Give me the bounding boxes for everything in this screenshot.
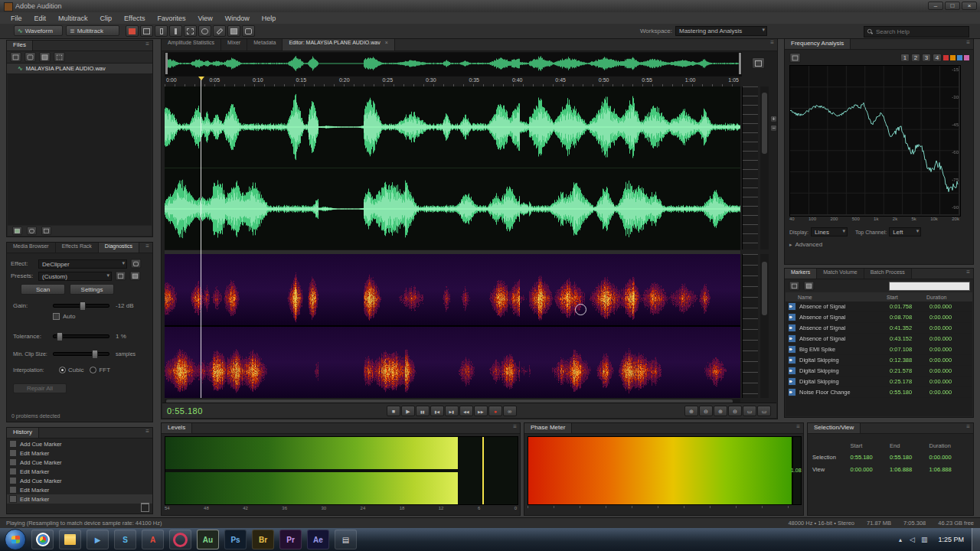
zoom-in-button[interactable]: ⊕ (684, 406, 698, 416)
settings-button[interactable]: Settings (70, 284, 114, 295)
add-marker-icon[interactable] (789, 282, 800, 291)
zoom-selection-button[interactable]: ▭ (743, 406, 756, 416)
top-channel-dropdown[interactable]: Left (889, 227, 921, 236)
scrub-tool-icon[interactable] (242, 25, 255, 37)
taskbar-premiere-icon[interactable]: Pr (279, 530, 302, 549)
hold-button-3[interactable]: 3 (922, 54, 931, 62)
history-item[interactable]: Edit Marker (7, 485, 152, 494)
start-button[interactable] (5, 529, 26, 550)
skip-previous-button[interactable]: ▮◀ (430, 406, 444, 416)
spectrogram-right-channel-canvas[interactable] (165, 327, 740, 398)
record-tool-icon[interactable] (126, 25, 139, 37)
taskbar-explorer-icon[interactable] (59, 530, 81, 549)
editor-active-tab[interactable]: Editor: MALAYSIA PLANE AUDIO.wav × (283, 39, 394, 51)
menu-favorites[interactable]: Favorites (151, 15, 191, 22)
diagnostics-tab[interactable]: Diagnostics (99, 243, 139, 253)
rewind-button[interactable]: ◀◀ (459, 406, 473, 416)
zoom-out-button[interactable]: ⊖ (699, 406, 713, 416)
marquee-tool-icon[interactable] (184, 25, 197, 37)
marker-row[interactable]: Digital Skipping0:25.1780:00.000 (786, 377, 972, 387)
view-duration-value[interactable]: 1:06.888 (929, 466, 969, 473)
spectrogram-left-channel-canvas[interactable] (165, 254, 740, 325)
taskbar-notepad-icon[interactable]: ▤ (335, 530, 357, 549)
frequency-graph[interactable]: -15-30 -45-60 -75-90 (789, 65, 961, 217)
paintbrush-tool-icon[interactable] (213, 25, 226, 37)
menu-file[interactable]: File (5, 15, 28, 22)
selection-duration-value[interactable]: 0:00.000 (929, 454, 969, 461)
tray-chevron-icon[interactable]: ▴ (894, 536, 906, 543)
markers-tab[interactable]: Markers (785, 269, 817, 279)
frequency-panel-menu-icon[interactable]: ≡ (963, 39, 973, 49)
close-file-icon[interactable] (39, 52, 50, 62)
taskbar-reader-icon[interactable]: A (142, 530, 164, 549)
menu-help[interactable]: Help (256, 15, 283, 22)
spectral-vertical-scrollbar[interactable] (760, 254, 769, 398)
waveform-right-channel-canvas[interactable] (165, 168, 740, 249)
effect-dropdown[interactable]: DeClipper (38, 259, 127, 269)
spectral-display[interactable] (165, 254, 740, 398)
tray-network-icon[interactable]: ▥ (918, 536, 931, 543)
marker-row[interactable]: Digital Skipping0:12.3880:00.000 (786, 355, 972, 366)
selection-end-value[interactable]: 0:55.180 (890, 454, 929, 461)
marker-row[interactable]: Absence of Signal0:01.7580:00.000 (786, 302, 972, 312)
history-item[interactable]: Edit Marker (7, 494, 152, 504)
taskbar-clock[interactable]: 1:25 PM (930, 536, 972, 543)
levels-tab[interactable]: Levels (162, 423, 192, 433)
playhead[interactable] (201, 77, 201, 398)
selection-view-panel-menu-icon[interactable]: ≡ (963, 423, 973, 433)
workspace-dropdown[interactable]: Mastering and Analysis (675, 26, 767, 36)
waveform-view-button[interactable]: ∿ Waveform (14, 25, 63, 36)
overview-strip[interactable] (165, 52, 742, 77)
minimize-button[interactable]: – (928, 2, 943, 10)
hold-button-4[interactable]: 4 (933, 54, 942, 62)
maximize-button[interactable]: □ (945, 2, 960, 10)
waveform-zoom-out-button[interactable]: − (770, 125, 777, 132)
taskbar-audition-icon[interactable]: Au (197, 530, 219, 549)
taskbar-bridge-icon[interactable]: Br (252, 530, 274, 549)
auto-checkbox[interactable] (53, 313, 60, 320)
play-button[interactable]: ▶ (401, 406, 415, 416)
scan-button[interactable]: Scan (21, 284, 65, 295)
min-clip-size-slider[interactable] (53, 352, 109, 356)
history-item[interactable]: Edit Marker (7, 448, 152, 458)
marker-row[interactable]: Noise Floor Change0:55.1800:00.000 (786, 387, 972, 398)
taskbar-quicktime-icon[interactable] (169, 530, 191, 549)
gain-slider[interactable] (53, 304, 109, 308)
phase-meter-tab[interactable]: Phase Meter (524, 423, 572, 433)
zoom-out-time-button[interactable]: ⊖ (728, 406, 742, 416)
cubic-radio[interactable] (59, 367, 66, 373)
hold-button-2[interactable]: 2 (911, 54, 920, 62)
lasso-tool-icon[interactable] (198, 25, 211, 37)
tray-volume-icon[interactable]: ◁ (906, 536, 918, 543)
taskbar-photoshop-icon[interactable]: Ps (224, 530, 247, 549)
file-list-empty-area[interactable] (8, 74, 152, 225)
insert-multitrack-icon[interactable] (54, 52, 64, 62)
history-panel-menu-icon[interactable]: ≡ (142, 428, 152, 438)
editor-tab-metadata[interactable]: Metadata (247, 39, 283, 51)
open-file-icon[interactable] (24, 52, 35, 62)
record-button[interactable]: ● (488, 406, 502, 416)
effect-settings-gear-icon[interactable] (131, 259, 142, 269)
time-selection-tool-icon[interactable] (169, 25, 182, 37)
fast-forward-button[interactable]: ▶▶ (474, 406, 488, 416)
taskbar-chrome-icon[interactable] (31, 530, 54, 549)
taskbar-aftereffects-icon[interactable]: Ae (307, 530, 329, 549)
editor-tab-amplitude-statistics[interactable]: Amplitude Statistics (162, 39, 221, 51)
history-tab[interactable]: History (7, 428, 39, 438)
close-button[interactable]: × (962, 2, 977, 10)
overview-right-handle[interactable] (739, 53, 741, 74)
taskbar-skype-icon[interactable]: S (114, 530, 136, 549)
history-item[interactable]: Add Cue Marker (7, 439, 152, 448)
skip-next-button[interactable]: ▶▮ (445, 406, 459, 416)
selection-start-value[interactable]: 0:55.180 (851, 454, 890, 461)
batch-process-tab[interactable]: Batch Process (864, 269, 912, 279)
fft-radio[interactable] (90, 367, 96, 373)
file-list-item[interactable]: ∿ MALAYSIA PLANE AUDIO.wav (7, 64, 152, 74)
hold-button-1[interactable]: 1 (900, 54, 910, 62)
phase-panel-menu-icon[interactable]: ≡ (793, 423, 803, 433)
marker-row[interactable]: Absence of Signal0:08.7080:00.000 (786, 312, 972, 323)
healing-brush-tool-icon[interactable] (227, 25, 240, 37)
razor-tool-icon[interactable] (155, 25, 168, 37)
overview-snapshot-icon[interactable] (752, 57, 765, 69)
show-desktop-button[interactable] (972, 528, 980, 551)
